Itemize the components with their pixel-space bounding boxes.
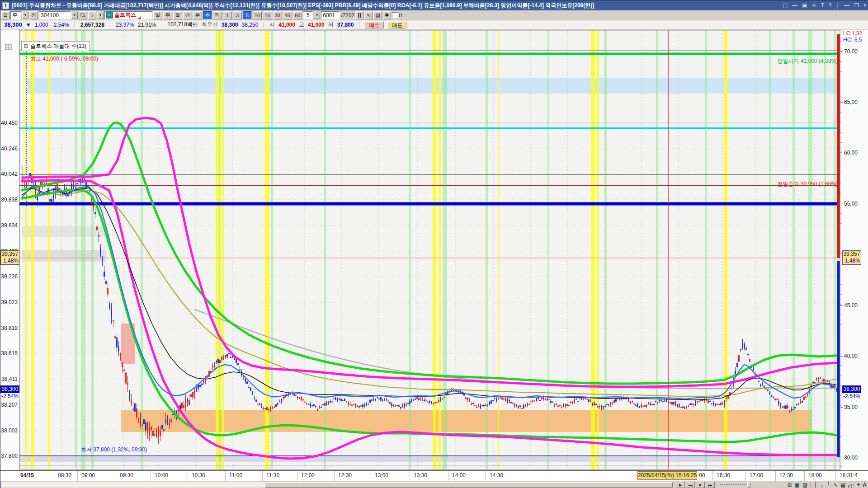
- stop-button[interactable]: ■: [696, 482, 705, 488]
- price-chart-canvas[interactable]: [0, 29, 868, 470]
- interval-button-45[interactable]: 45: [283, 11, 292, 19]
- current-price-box: 38,300-2,54%: [0, 385, 19, 400]
- zoom-in-button[interactable]: +: [857, 482, 860, 488]
- popout-window-button[interactable]: ▢: [783, 3, 788, 8]
- interval-button-5[interactable]: 5: [243, 11, 252, 19]
- fast-forward-button[interactable]: ▶▶: [706, 482, 715, 488]
- search-button[interactable]: [79, 11, 87, 19]
- bar-index-input[interactable]: 6001: [321, 11, 340, 19]
- buy-button[interactable]: 매수: [365, 21, 384, 28]
- best-quote-label: 최우선: [202, 21, 218, 28]
- volume: 2,657,328: [80, 22, 104, 28]
- chart-annotation: 당일시가 41,000 (4,33%): [778, 57, 838, 65]
- tick-count-combo-arrow[interactable]: ▼: [314, 12, 320, 19]
- interval-button-10[interactable]: 10: [253, 11, 262, 19]
- interval-button-15[interactable]: 15: [263, 11, 272, 19]
- asset-type-combo[interactable]: 주: [10, 11, 21, 19]
- interval-button-1[interactable]: 1: [223, 11, 232, 19]
- stock-name-field[interactable]: 시 솔트룩스: [104, 11, 152, 19]
- sound-combo-arrow[interactable]: ▼: [97, 12, 104, 19]
- time-axis-label: 09:00: [81, 472, 95, 479]
- pin-button[interactable]: ✛: [812, 3, 816, 8]
- settings-button[interactable]: ✱: [383, 11, 391, 19]
- play-button[interactable]: ▶: [676, 482, 685, 488]
- pane-grid-icon[interactable]: [5, 44, 12, 50]
- window-title: [0601] 주식종합차트 - 유통비율[86.6] 거래대금[102,717(…: [12, 2, 779, 9]
- scale-bottom-icon[interactable]: ┴: [826, 482, 830, 488]
- chart-toolbar: ⊡ 주 ▼ 전 304100 ▼ ♪ ▼ 시 솔트룩스 일주월년분초틱 1351…: [0, 10, 868, 20]
- asset-type-combo-arrow[interactable]: ▼: [22, 12, 28, 19]
- restore-button[interactable]: ❒: [854, 3, 859, 8]
- percent-axis-label: 60,00: [844, 150, 858, 156]
- minimize-panel-button[interactable]: —: [792, 3, 797, 8]
- legend-square-icon: [24, 44, 28, 48]
- save-icon: ▤: [375, 12, 380, 18]
- period-button-일[interactable]: 일: [153, 11, 162, 19]
- duplicate-window-button[interactable]: ▣: [802, 3, 807, 8]
- period-button-초[interactable]: 초: [203, 11, 212, 19]
- high-price: 41,000: [308, 22, 325, 28]
- close-button[interactable]: ×: [863, 3, 867, 8]
- line-style-button[interactable]: ∿: [364, 11, 373, 19]
- chart-annotation: 최저 37,800 (1,32%, 09:30): [81, 446, 147, 454]
- price-axis-label: 39,023: [1, 299, 18, 305]
- chart-annotation: LC:1,32: [843, 30, 862, 37]
- cascade-windows-icon[interactable]: ▣: [795, 482, 800, 488]
- d-checkbox-label: D: [399, 13, 402, 18]
- interval-button-30[interactable]: 30: [273, 11, 282, 19]
- time-axis-label: 18:31:4: [840, 472, 858, 479]
- time-axis-label: 16:30: [717, 472, 730, 479]
- price-axis-right[interactable]: 70,0065,0060,0055,0045,0040,0035,0030,00: [840, 29, 868, 470]
- snapshot-icon[interactable]: ▤: [840, 482, 845, 488]
- jeon-button[interactable]: 전: [29, 11, 38, 19]
- help-button[interactable]: ?: [829, 3, 832, 8]
- best-bid: 38,300: [222, 22, 238, 28]
- interval-button-60[interactable]: 60: [293, 11, 302, 19]
- period-button-분[interactable]: 분: [193, 11, 202, 19]
- period-button-년[interactable]: 년: [183, 11, 192, 19]
- chart-scrollbar[interactable]: [0, 482, 673, 488]
- price-axis-label: 40,450: [1, 120, 18, 126]
- high-label: 고: [299, 21, 304, 28]
- new-window-icon[interactable]: ⊞: [788, 482, 792, 488]
- scale-left-icon[interactable]: ├: [813, 482, 817, 488]
- volume-ratio-pct: 21.91%: [138, 22, 156, 28]
- font-button[interactable]: T: [821, 3, 824, 8]
- interval-button-3[interactable]: 3: [233, 11, 242, 19]
- chart-scrollbar-thumb[interactable]: [265, 482, 673, 488]
- period-button-주[interactable]: 주: [163, 11, 172, 19]
- sell-button[interactable]: 매도: [387, 21, 406, 28]
- low-label: 저: [328, 21, 334, 28]
- bar-width-slider-handle[interactable]: [747, 482, 750, 488]
- minimize-button[interactable]: —: [844, 3, 849, 8]
- wave-tool-icon[interactable]: ∿: [833, 482, 838, 488]
- time-axis[interactable]: 04/1508:3009:0009:3010:0010:3011:0011:30…: [0, 470, 868, 480]
- price-axis-label: 38,207: [1, 402, 18, 408]
- percent-axis-label: 65,00: [844, 99, 858, 105]
- down-arrow-icon: ▼: [26, 22, 31, 28]
- bar-width-slider[interactable]: [720, 484, 750, 485]
- price-axis-label: 39,226: [1, 273, 18, 280]
- gear-icon: ✱: [385, 12, 389, 18]
- price-axis-label: 37,800: [1, 453, 18, 459]
- chart-region: 40,45040,24640,04239,83839,63439,43039,2…: [0, 29, 868, 470]
- status-bar: ▶ ◀◀ ■ ▶▶ ⊞▣▨├┬┴∿▤−+A: [0, 480, 868, 488]
- trade-amount: 102,718백만: [168, 21, 198, 28]
- d-checkbox[interactable]: [392, 12, 398, 18]
- chart-window-icon[interactable]: ⊡: [1, 11, 9, 19]
- stock-code-combo-arrow[interactable]: ▼: [71, 12, 78, 19]
- font-size-button[interactable]: A: [863, 482, 867, 488]
- stock-code-input[interactable]: 304100: [39, 11, 71, 19]
- pattern-area-icon[interactable]: ▨: [802, 482, 807, 488]
- candle-style-button[interactable]: [355, 11, 363, 19]
- tick-count-combo[interactable]: 5: [303, 11, 313, 19]
- period-button-월[interactable]: 월: [173, 11, 182, 19]
- save-button[interactable]: ▤: [373, 11, 382, 19]
- indicator-legend[interactable]: 솔트룩스 매물대 수(13): [21, 41, 90, 51]
- rewind-button[interactable]: ◀◀: [686, 482, 695, 488]
- sound-button[interactable]: ♪: [88, 11, 96, 19]
- period-button-틱[interactable]: 틱: [213, 11, 222, 19]
- scale-top-icon[interactable]: ┬: [820, 482, 824, 488]
- price-axis-left[interactable]: 40,45040,24640,04239,83839,63439,43039,2…: [0, 29, 19, 470]
- cursor-time-box: 2025/04/15(화) 15:16:25: [637, 471, 697, 480]
